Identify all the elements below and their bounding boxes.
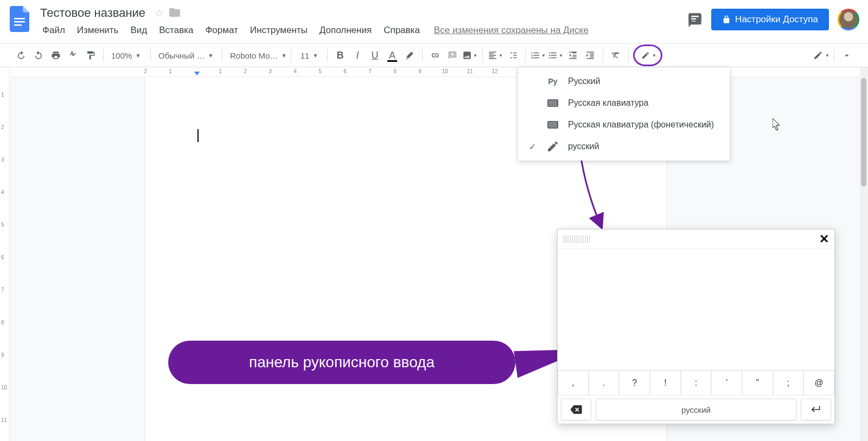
redo-button[interactable]: [30, 47, 47, 63]
text-cursor: [197, 129, 199, 142]
spellcheck-button[interactable]: [65, 47, 81, 63]
numbered-list-button[interactable]: ▼: [530, 47, 546, 63]
close-icon[interactable]: ✕: [819, 232, 829, 246]
enter-button[interactable]: [801, 399, 831, 420]
svg-rect-3: [691, 16, 699, 17]
docs-logo-icon[interactable]: [9, 4, 30, 34]
toolbar: 100%▼ Обычный …▼ Roboto Mo…▼ 11▼ B I U A…: [0, 43, 868, 67]
punct-key[interactable]: :: [681, 370, 712, 395]
font-size-select[interactable]: 11▼: [296, 47, 323, 63]
punct-key[interactable]: ': [711, 370, 742, 395]
menu-addons[interactable]: Дополнения: [314, 23, 377, 38]
input-tools-dropdown: Ру Русский Русская клавиатура Русская кл…: [518, 67, 730, 161]
user-avatar[interactable]: [838, 9, 859, 30]
share-button-label: Настройки Доступа: [735, 14, 818, 25]
vertical-scrollbar[interactable]: [860, 67, 868, 441]
annotation-callout: панель рукописного ввода: [168, 341, 559, 384]
text-color-button[interactable]: A: [384, 47, 400, 63]
svg-rect-1: [14, 21, 25, 23]
input-option-russian-phonetic[interactable]: Русская клавиатура (фонетический): [518, 114, 730, 136]
insert-link-button[interactable]: [427, 47, 443, 63]
horizontal-ruler[interactable]: 2 1 1 2 3 4 5 6 7 8 9 10 11 12 13: [10, 67, 868, 77]
folder-icon[interactable]: [169, 7, 180, 20]
punct-key[interactable]: @: [803, 370, 834, 395]
svg-rect-6: [451, 54, 454, 55]
undo-button[interactable]: [13, 47, 29, 63]
svg-rect-4: [691, 18, 696, 20]
zoom-select[interactable]: 100%▼: [108, 47, 146, 63]
share-button[interactable]: Настройки Доступа: [711, 9, 829, 30]
menu-edit[interactable]: Изменить: [72, 23, 124, 38]
menu-insert[interactable]: Вставка: [154, 23, 199, 38]
svg-rect-2: [14, 24, 22, 26]
menu-help[interactable]: Справка: [378, 23, 425, 38]
increase-indent-button[interactable]: [582, 47, 598, 63]
punct-key[interactable]: !: [650, 370, 681, 395]
document-title[interactable]: Тестовое название: [37, 5, 149, 21]
insert-comment-button[interactable]: [444, 47, 461, 63]
bold-button[interactable]: B: [332, 47, 348, 63]
ru-text-icon: Ру: [546, 77, 559, 86]
menu-file[interactable]: Файл: [37, 23, 71, 38]
svg-rect-0: [14, 18, 25, 20]
drag-handle-icon[interactable]: [563, 235, 590, 243]
italic-button[interactable]: I: [349, 47, 366, 63]
space-button[interactable]: русский: [596, 399, 796, 420]
menu-format[interactable]: Формат: [200, 23, 243, 38]
comments-icon[interactable]: [687, 12, 703, 27]
paint-format-button[interactable]: [82, 47, 99, 63]
input-option-russian[interactable]: Ру Русский: [518, 71, 730, 92]
menu-view[interactable]: Вид: [125, 23, 152, 38]
keyboard-icon: [546, 99, 559, 107]
input-option-russian-keyboard[interactable]: Русская клавиатура: [518, 92, 730, 114]
star-icon[interactable]: ☆: [154, 7, 164, 20]
punctuation-row: , . ? ! : ' " ; @: [558, 370, 834, 395]
handwriting-panel: ✕ , . ? ! : ' " ; @ русский: [557, 229, 835, 424]
keyboard-icon: [546, 121, 559, 129]
backspace-button[interactable]: [561, 399, 591, 420]
input-tools-caret[interactable]: ▼: [652, 53, 656, 58]
paragraph-style-select[interactable]: Обычный …▼: [155, 47, 218, 63]
app-header: Тестовое название ☆ Файл Изменить Вид Вс…: [0, 0, 868, 43]
editing-mode-button[interactable]: ▼: [813, 47, 829, 63]
indent-marker[interactable]: [194, 72, 200, 75]
callout-text: панель рукописного ввода: [249, 354, 435, 371]
font-family-select[interactable]: Roboto Mo…▼: [227, 47, 286, 63]
input-option-handwriting[interactable]: ✓ русский: [518, 136, 730, 157]
vertical-ruler[interactable]: 1 2 3 4 5 6 7 8 9 10 11: [0, 67, 10, 441]
check-icon: ✓: [527, 142, 538, 152]
lock-icon: [722, 15, 731, 24]
handwriting-canvas[interactable]: [558, 249, 834, 370]
bulleted-list-button[interactable]: ▼: [547, 47, 564, 63]
clear-formatting-button[interactable]: [608, 47, 624, 63]
save-status[interactable]: Все изменения сохранены на Диске: [434, 25, 589, 36]
highlight-button[interactable]: [401, 47, 418, 63]
punct-key[interactable]: ": [742, 370, 773, 395]
insert-image-button[interactable]: ▼: [462, 47, 478, 63]
punct-key[interactable]: .: [589, 370, 620, 395]
punct-key[interactable]: ;: [773, 370, 804, 395]
collapse-toolbar-button[interactable]: [839, 47, 855, 63]
menu-tools[interactable]: Инструменты: [245, 23, 313, 38]
punct-key[interactable]: ,: [558, 370, 589, 395]
print-button[interactable]: [48, 47, 64, 63]
pencil-icon: [546, 140, 559, 153]
decrease-indent-button[interactable]: [565, 47, 581, 63]
align-button[interactable]: ▼: [487, 47, 503, 63]
underline-button[interactable]: U: [367, 47, 383, 63]
punct-key[interactable]: ?: [619, 370, 650, 395]
input-tools-button[interactable]: [639, 47, 652, 63]
input-tools-highlighted: ▼: [633, 44, 662, 66]
line-spacing-button[interactable]: [505, 47, 521, 63]
menu-bar: Файл Изменить Вид Вставка Формат Инструм…: [37, 23, 687, 38]
